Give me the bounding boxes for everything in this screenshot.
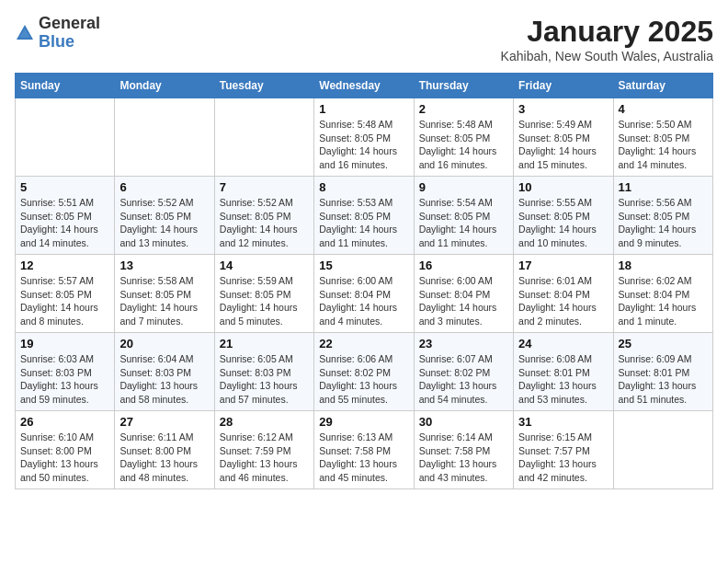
- day-number: 18: [619, 259, 708, 272]
- weekday-header-thursday: Thursday: [414, 74, 513, 98]
- weekday-header-wednesday: Wednesday: [314, 74, 414, 98]
- empty-cell: [115, 98, 214, 177]
- day-cell-7: 7Sunrise: 5:52 AM Sunset: 8:05 PM Daylig…: [214, 177, 313, 255]
- day-number: 31: [518, 415, 608, 429]
- day-number: 9: [419, 180, 508, 194]
- day-info: Sunrise: 5:53 AM Sunset: 8:05 PM Dayligh…: [319, 196, 408, 250]
- day-cell-26: 26Sunrise: 6:10 AM Sunset: 8:00 PM Dayli…: [16, 411, 115, 489]
- day-cell-10: 10Sunrise: 5:55 AM Sunset: 8:05 PM Dayli…: [514, 177, 613, 255]
- day-info: Sunrise: 5:51 AM Sunset: 8:05 PM Dayligh…: [20, 196, 109, 250]
- day-cell-5: 5Sunrise: 5:51 AM Sunset: 8:05 PM Daylig…: [16, 177, 115, 255]
- week-row-3: 12Sunrise: 5:57 AM Sunset: 8:05 PM Dayli…: [16, 255, 713, 333]
- day-cell-15: 15Sunrise: 6:00 AM Sunset: 8:04 PM Dayli…: [314, 255, 414, 333]
- day-cell-24: 24Sunrise: 6:08 AM Sunset: 8:01 PM Dayli…: [514, 333, 613, 411]
- weekday-header-sunday: Sunday: [16, 74, 115, 98]
- day-number: 25: [619, 337, 708, 350]
- day-info: Sunrise: 5:48 AM Sunset: 8:05 PM Dayligh…: [419, 118, 508, 172]
- calendar-table: SundayMondayTuesdayWednesdayThursdayFrid…: [15, 73, 713, 489]
- day-cell-4: 4Sunrise: 5:50 AM Sunset: 8:05 PM Daylig…: [613, 98, 712, 177]
- day-info: Sunrise: 6:06 AM Sunset: 8:02 PM Dayligh…: [319, 352, 408, 407]
- week-row-4: 19Sunrise: 6:03 AM Sunset: 8:03 PM Dayli…: [16, 333, 713, 411]
- week-row-1: 1Sunrise: 5:48 AM Sunset: 8:05 PM Daylig…: [16, 98, 713, 177]
- day-cell-11: 11Sunrise: 5:56 AM Sunset: 8:05 PM Dayli…: [613, 177, 712, 255]
- day-cell-19: 19Sunrise: 6:03 AM Sunset: 8:03 PM Dayli…: [16, 333, 115, 411]
- day-info: Sunrise: 5:57 AM Sunset: 8:05 PM Dayligh…: [20, 274, 109, 328]
- day-number: 24: [518, 337, 608, 350]
- month-year-title: January 2025: [501, 15, 713, 49]
- title-area: January 2025 Kahibah, New South Wales, A…: [501, 15, 713, 63]
- day-info: Sunrise: 6:07 AM Sunset: 8:02 PM Dayligh…: [419, 352, 508, 407]
- week-row-5: 26Sunrise: 6:10 AM Sunset: 8:00 PM Dayli…: [16, 411, 713, 489]
- logo-icon: [15, 23, 35, 43]
- day-number: 15: [319, 259, 408, 272]
- day-cell-23: 23Sunrise: 6:07 AM Sunset: 8:02 PM Dayli…: [414, 333, 513, 411]
- day-info: Sunrise: 5:49 AM Sunset: 8:05 PM Dayligh…: [518, 118, 608, 172]
- day-cell-3: 3Sunrise: 5:49 AM Sunset: 8:05 PM Daylig…: [514, 98, 613, 177]
- day-cell-9: 9Sunrise: 5:54 AM Sunset: 8:05 PM Daylig…: [414, 177, 513, 255]
- weekday-header-tuesday: Tuesday: [214, 74, 313, 98]
- day-number: 5: [20, 180, 109, 194]
- day-cell-28: 28Sunrise: 6:12 AM Sunset: 7:59 PM Dayli…: [214, 411, 313, 489]
- day-cell-13: 13Sunrise: 5:58 AM Sunset: 8:05 PM Dayli…: [115, 255, 214, 333]
- day-number: 6: [119, 180, 209, 194]
- day-cell-21: 21Sunrise: 6:05 AM Sunset: 8:03 PM Dayli…: [214, 333, 313, 411]
- header: General Blue January 2025 Kahibah, New S…: [15, 15, 713, 63]
- day-cell-1: 1Sunrise: 5:48 AM Sunset: 8:05 PM Daylig…: [314, 98, 414, 177]
- day-cell-6: 6Sunrise: 5:52 AM Sunset: 8:05 PM Daylig…: [115, 177, 214, 255]
- day-info: Sunrise: 6:14 AM Sunset: 7:58 PM Dayligh…: [419, 431, 508, 485]
- logo-general-text: General: [39, 14, 100, 32]
- day-number: 14: [220, 259, 309, 272]
- day-number: 30: [419, 415, 508, 429]
- day-info: Sunrise: 6:13 AM Sunset: 7:58 PM Dayligh…: [319, 431, 408, 485]
- day-info: Sunrise: 6:02 AM Sunset: 8:04 PM Dayligh…: [619, 274, 708, 328]
- empty-cell: [613, 411, 712, 489]
- day-number: 22: [319, 337, 408, 350]
- day-number: 2: [419, 102, 508, 116]
- week-row-2: 5Sunrise: 5:51 AM Sunset: 8:05 PM Daylig…: [16, 177, 713, 255]
- day-cell-14: 14Sunrise: 5:59 AM Sunset: 8:05 PM Dayli…: [214, 255, 313, 333]
- day-info: Sunrise: 5:59 AM Sunset: 8:05 PM Dayligh…: [220, 274, 309, 328]
- day-cell-12: 12Sunrise: 5:57 AM Sunset: 8:05 PM Dayli…: [16, 255, 115, 333]
- day-number: 28: [220, 415, 309, 429]
- day-number: 7: [220, 180, 309, 194]
- day-cell-18: 18Sunrise: 6:02 AM Sunset: 8:04 PM Dayli…: [613, 255, 712, 333]
- day-cell-25: 25Sunrise: 6:09 AM Sunset: 8:01 PM Dayli…: [613, 333, 712, 411]
- day-info: Sunrise: 6:03 AM Sunset: 8:03 PM Dayligh…: [20, 352, 109, 407]
- day-info: Sunrise: 5:54 AM Sunset: 8:05 PM Dayligh…: [419, 196, 508, 250]
- day-number: 29: [319, 415, 408, 429]
- day-number: 26: [20, 415, 109, 429]
- day-number: 27: [119, 415, 209, 429]
- day-info: Sunrise: 6:00 AM Sunset: 8:04 PM Dayligh…: [319, 274, 408, 328]
- day-cell-16: 16Sunrise: 6:00 AM Sunset: 8:04 PM Dayli…: [414, 255, 513, 333]
- day-number: 1: [319, 102, 408, 116]
- day-cell-31: 31Sunrise: 6:15 AM Sunset: 7:57 PM Dayli…: [514, 411, 613, 489]
- day-info: Sunrise: 5:48 AM Sunset: 8:05 PM Dayligh…: [319, 118, 408, 172]
- day-info: Sunrise: 6:10 AM Sunset: 8:00 PM Dayligh…: [20, 431, 109, 485]
- day-info: Sunrise: 6:15 AM Sunset: 7:57 PM Dayligh…: [518, 431, 608, 485]
- day-number: 20: [119, 337, 209, 350]
- day-number: 8: [319, 180, 408, 194]
- day-info: Sunrise: 5:56 AM Sunset: 8:05 PM Dayligh…: [619, 196, 708, 250]
- day-cell-20: 20Sunrise: 6:04 AM Sunset: 8:03 PM Dayli…: [115, 333, 214, 411]
- day-info: Sunrise: 6:12 AM Sunset: 7:59 PM Dayligh…: [220, 431, 309, 485]
- location-subtitle: Kahibah, New South Wales, Australia: [501, 49, 713, 63]
- day-number: 16: [419, 259, 508, 272]
- day-info: Sunrise: 6:05 AM Sunset: 8:03 PM Dayligh…: [220, 352, 309, 407]
- day-info: Sunrise: 5:52 AM Sunset: 8:05 PM Dayligh…: [220, 196, 309, 250]
- weekday-header-row: SundayMondayTuesdayWednesdayThursdayFrid…: [16, 74, 713, 98]
- day-cell-17: 17Sunrise: 6:01 AM Sunset: 8:04 PM Dayli…: [514, 255, 613, 333]
- day-cell-8: 8Sunrise: 5:53 AM Sunset: 8:05 PM Daylig…: [314, 177, 414, 255]
- day-info: Sunrise: 5:55 AM Sunset: 8:05 PM Dayligh…: [518, 196, 608, 250]
- day-number: 23: [419, 337, 508, 350]
- empty-cell: [214, 98, 313, 177]
- day-info: Sunrise: 5:52 AM Sunset: 8:05 PM Dayligh…: [119, 196, 209, 250]
- day-number: 10: [518, 180, 608, 194]
- day-number: 12: [20, 259, 109, 272]
- day-info: Sunrise: 6:08 AM Sunset: 8:01 PM Dayligh…: [518, 352, 608, 407]
- day-cell-22: 22Sunrise: 6:06 AM Sunset: 8:02 PM Dayli…: [314, 333, 414, 411]
- logo: General Blue: [15, 15, 100, 52]
- day-cell-2: 2Sunrise: 5:48 AM Sunset: 8:05 PM Daylig…: [414, 98, 513, 177]
- day-number: 19: [20, 337, 109, 350]
- day-number: 13: [119, 259, 209, 272]
- day-info: Sunrise: 6:01 AM Sunset: 8:04 PM Dayligh…: [518, 274, 608, 328]
